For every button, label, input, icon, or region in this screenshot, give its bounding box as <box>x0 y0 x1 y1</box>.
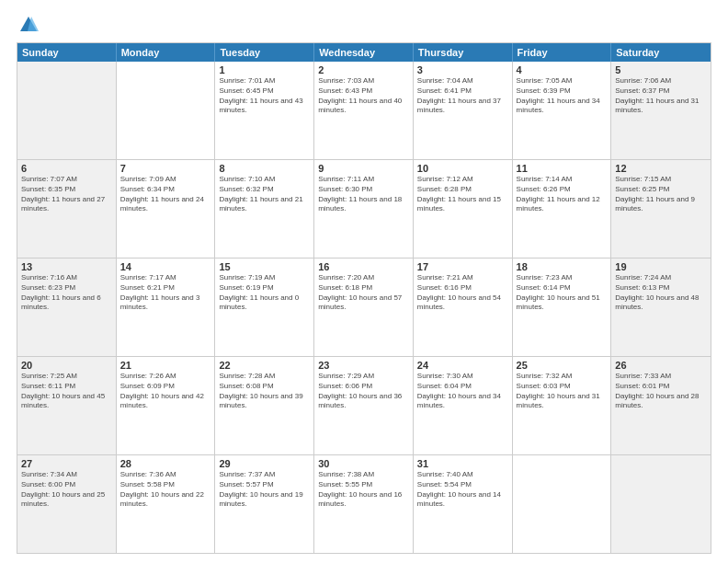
calendar-cell-row1-col7: 5Sunrise: 7:06 AM Sunset: 6:37 PM Daylig… <box>611 62 711 159</box>
calendar-cell-row3-col3: 15Sunrise: 7:19 AM Sunset: 6:19 PM Dayli… <box>215 259 314 356</box>
cell-info: Sunrise: 7:36 AM Sunset: 5:58 PM Dayligh… <box>120 470 211 510</box>
day-number: 13 <box>21 261 112 272</box>
day-number: 1 <box>219 64 310 75</box>
calendar-cell-row3-col5: 17Sunrise: 7:21 AM Sunset: 6:16 PM Dayli… <box>414 259 513 356</box>
cell-info: Sunrise: 7:14 AM Sunset: 6:26 PM Dayligh… <box>517 175 608 214</box>
calendar-row-1: 1Sunrise: 7:01 AM Sunset: 6:45 PM Daylig… <box>17 62 711 159</box>
day-number: 16 <box>318 261 409 272</box>
calendar-cell-row5-col5: 31Sunrise: 7:40 AM Sunset: 5:54 PM Dayli… <box>414 455 513 553</box>
calendar-cell-row1-col4: 2Sunrise: 7:03 AM Sunset: 6:43 PM Daylig… <box>314 62 414 159</box>
calendar-cell-row4-col6: 25Sunrise: 7:32 AM Sunset: 6:03 PM Dayli… <box>513 357 612 454</box>
calendar-cell-row4-col7: 26Sunrise: 7:33 AM Sunset: 6:01 PM Dayli… <box>611 357 711 454</box>
header-day-sunday: Sunday <box>17 43 117 62</box>
cell-info: Sunrise: 7:28 AM Sunset: 6:08 PM Dayligh… <box>219 372 310 411</box>
day-number: 2 <box>318 64 409 75</box>
cell-info: Sunrise: 7:07 AM Sunset: 6:35 PM Dayligh… <box>21 175 112 214</box>
calendar-row-4: 20Sunrise: 7:25 AM Sunset: 6:11 PM Dayli… <box>17 356 711 454</box>
calendar-cell-row5-col3: 29Sunrise: 7:37 AM Sunset: 5:57 PM Dayli… <box>215 455 314 553</box>
cell-info: Sunrise: 7:20 AM Sunset: 6:18 PM Dayligh… <box>318 273 409 313</box>
header-day-tuesday: Tuesday <box>215 43 314 62</box>
day-number: 25 <box>517 360 608 371</box>
cell-info: Sunrise: 7:25 AM Sunset: 6:11 PM Dayligh… <box>21 372 112 411</box>
header <box>17 15 711 35</box>
cell-info: Sunrise: 7:03 AM Sunset: 6:43 PM Dayligh… <box>318 76 409 116</box>
calendar-cell-row3-col7: 19Sunrise: 7:24 AM Sunset: 6:13 PM Dayli… <box>611 259 711 356</box>
day-number: 21 <box>120 360 211 371</box>
day-number: 17 <box>417 261 508 272</box>
calendar-cell-row4-col5: 24Sunrise: 7:30 AM Sunset: 6:04 PM Dayli… <box>414 357 513 454</box>
page: SundayMondayTuesdayWednesdayThursdayFrid… <box>0 0 728 563</box>
calendar-body: 1Sunrise: 7:01 AM Sunset: 6:45 PM Daylig… <box>17 62 711 553</box>
calendar-cell-row2-col4: 9Sunrise: 7:11 AM Sunset: 6:30 PM Daylig… <box>314 160 414 258</box>
calendar-cell-row2-col7: 12Sunrise: 7:15 AM Sunset: 6:25 PM Dayli… <box>611 160 711 258</box>
day-number: 15 <box>219 261 310 272</box>
day-number: 22 <box>219 360 310 371</box>
day-number: 4 <box>517 64 608 75</box>
day-number: 28 <box>120 458 211 469</box>
cell-info: Sunrise: 7:23 AM Sunset: 6:14 PM Dayligh… <box>517 273 608 313</box>
day-number: 24 <box>417 360 508 371</box>
calendar-cell-row5-col6 <box>513 455 612 553</box>
calendar-cell-row5-col7 <box>611 455 711 553</box>
cell-info: Sunrise: 7:05 AM Sunset: 6:39 PM Dayligh… <box>517 76 608 116</box>
day-number: 27 <box>21 458 112 469</box>
cell-info: Sunrise: 7:33 AM Sunset: 6:01 PM Dayligh… <box>615 372 707 411</box>
calendar: SundayMondayTuesdayWednesdayThursdayFrid… <box>17 42 711 554</box>
header-day-monday: Monday <box>117 43 216 62</box>
cell-info: Sunrise: 7:24 AM Sunset: 6:13 PM Dayligh… <box>615 273 707 313</box>
day-number: 19 <box>615 261 707 272</box>
day-number: 11 <box>517 163 608 174</box>
logo-icon <box>18 15 39 35</box>
day-number: 9 <box>318 163 409 174</box>
calendar-cell-row4-col4: 23Sunrise: 7:29 AM Sunset: 6:06 PM Dayli… <box>314 357 414 454</box>
calendar-cell-row2-col6: 11Sunrise: 7:14 AM Sunset: 6:26 PM Dayli… <box>513 160 612 258</box>
calendar-cell-row4-col1: 20Sunrise: 7:25 AM Sunset: 6:11 PM Dayli… <box>17 357 117 454</box>
cell-info: Sunrise: 7:04 AM Sunset: 6:41 PM Dayligh… <box>417 76 508 116</box>
day-number: 14 <box>120 261 211 272</box>
calendar-header: SundayMondayTuesdayWednesdayThursdayFrid… <box>17 43 711 62</box>
day-number: 8 <box>219 163 310 174</box>
calendar-cell-row5-col4: 30Sunrise: 7:38 AM Sunset: 5:55 PM Dayli… <box>314 455 414 553</box>
header-day-saturday: Saturday <box>611 43 711 62</box>
day-number: 30 <box>318 458 409 469</box>
calendar-cell-row1-col5: 3Sunrise: 7:04 AM Sunset: 6:41 PM Daylig… <box>414 62 513 159</box>
calendar-cell-row5-col1: 27Sunrise: 7:34 AM Sunset: 6:00 PM Dayli… <box>17 455 117 553</box>
calendar-cell-row1-col3: 1Sunrise: 7:01 AM Sunset: 6:45 PM Daylig… <box>215 62 314 159</box>
calendar-cell-row3-col1: 13Sunrise: 7:16 AM Sunset: 6:23 PM Dayli… <box>17 259 117 356</box>
day-number: 20 <box>21 360 112 371</box>
calendar-cell-row2-col5: 10Sunrise: 7:12 AM Sunset: 6:28 PM Dayli… <box>414 160 513 258</box>
calendar-cell-row1-col6: 4Sunrise: 7:05 AM Sunset: 6:39 PM Daylig… <box>513 62 612 159</box>
logo <box>17 15 39 35</box>
calendar-cell-row2-col2: 7Sunrise: 7:09 AM Sunset: 6:34 PM Daylig… <box>117 160 216 258</box>
calendar-cell-row2-col1: 6Sunrise: 7:07 AM Sunset: 6:35 PM Daylig… <box>17 160 117 258</box>
cell-info: Sunrise: 7:38 AM Sunset: 5:55 PM Dayligh… <box>318 470 409 510</box>
cell-info: Sunrise: 7:26 AM Sunset: 6:09 PM Dayligh… <box>120 372 211 411</box>
day-number: 31 <box>417 458 508 469</box>
cell-info: Sunrise: 7:19 AM Sunset: 6:19 PM Dayligh… <box>219 273 310 313</box>
cell-info: Sunrise: 7:15 AM Sunset: 6:25 PM Dayligh… <box>615 175 707 214</box>
calendar-cell-row4-col2: 21Sunrise: 7:26 AM Sunset: 6:09 PM Dayli… <box>117 357 216 454</box>
calendar-cell-row2-col3: 8Sunrise: 7:10 AM Sunset: 6:32 PM Daylig… <box>215 160 314 258</box>
calendar-row-2: 6Sunrise: 7:07 AM Sunset: 6:35 PM Daylig… <box>17 159 711 258</box>
day-number: 6 <box>21 163 112 174</box>
cell-info: Sunrise: 7:09 AM Sunset: 6:34 PM Dayligh… <box>120 175 211 214</box>
cell-info: Sunrise: 7:40 AM Sunset: 5:54 PM Dayligh… <box>417 470 508 510</box>
cell-info: Sunrise: 7:16 AM Sunset: 6:23 PM Dayligh… <box>21 273 112 313</box>
cell-info: Sunrise: 7:37 AM Sunset: 5:57 PM Dayligh… <box>219 470 310 510</box>
calendar-cell-row5-col2: 28Sunrise: 7:36 AM Sunset: 5:58 PM Dayli… <box>117 455 216 553</box>
calendar-row-3: 13Sunrise: 7:16 AM Sunset: 6:23 PM Dayli… <box>17 258 711 356</box>
day-number: 5 <box>615 64 707 75</box>
day-number: 23 <box>318 360 409 371</box>
header-day-thursday: Thursday <box>414 43 513 62</box>
header-day-wednesday: Wednesday <box>314 43 414 62</box>
calendar-cell-row4-col3: 22Sunrise: 7:28 AM Sunset: 6:08 PM Dayli… <box>215 357 314 454</box>
cell-info: Sunrise: 7:01 AM Sunset: 6:45 PM Dayligh… <box>219 76 310 116</box>
day-number: 3 <box>417 64 508 75</box>
day-number: 10 <box>417 163 508 174</box>
cell-info: Sunrise: 7:12 AM Sunset: 6:28 PM Dayligh… <box>417 175 508 214</box>
cell-info: Sunrise: 7:21 AM Sunset: 6:16 PM Dayligh… <box>417 273 508 313</box>
day-number: 7 <box>120 163 211 174</box>
cell-info: Sunrise: 7:17 AM Sunset: 6:21 PM Dayligh… <box>120 273 211 313</box>
calendar-cell-row3-col2: 14Sunrise: 7:17 AM Sunset: 6:21 PM Dayli… <box>117 259 216 356</box>
calendar-cell-row1-col2 <box>117 62 216 159</box>
